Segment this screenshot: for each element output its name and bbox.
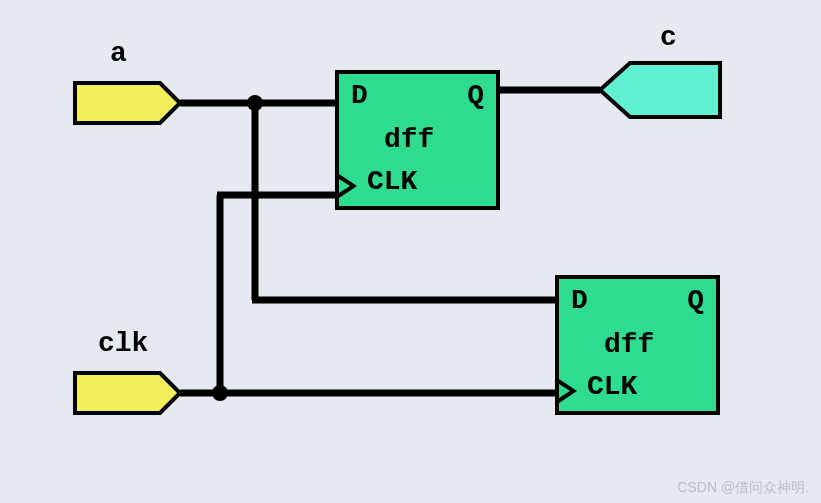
port-a-label: a: [110, 38, 127, 69]
dff2-clk-triangle-icon: [559, 379, 577, 403]
dff1-d-label: D: [351, 80, 368, 111]
port-c-shape: [600, 63, 720, 117]
port-c-label: c: [660, 22, 677, 53]
dff2-q-label: Q: [687, 285, 704, 316]
dff1-name-label: dff: [384, 124, 434, 155]
dff-1: D Q dff CLK: [335, 70, 500, 210]
dff2-name-label: dff: [604, 329, 654, 360]
dff1-clk-triangle-icon: [339, 174, 357, 198]
dff1-q-label: Q: [467, 80, 484, 111]
port-a-shape: [75, 83, 180, 123]
port-clk-shape: [75, 373, 180, 413]
dff-2: D Q dff CLK: [555, 275, 720, 415]
watermark-text: CSDN @借问众神明.: [677, 479, 809, 497]
port-clk-label: clk: [98, 328, 148, 359]
dff2-d-label: D: [571, 285, 588, 316]
dff1-clk-label: CLK: [367, 166, 417, 197]
dff2-clk-label: CLK: [587, 371, 637, 402]
